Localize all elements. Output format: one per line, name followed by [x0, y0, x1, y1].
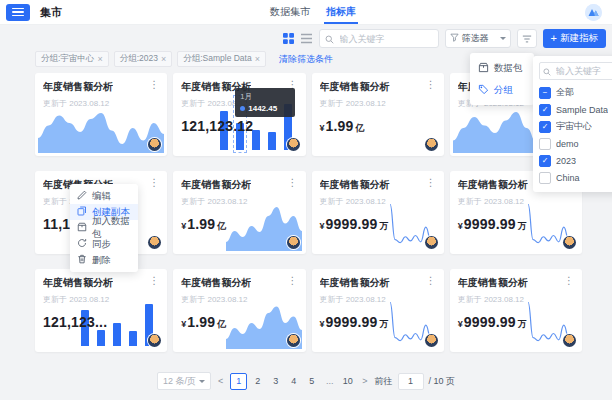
owner-avatar — [563, 236, 576, 249]
checkbox-checked-icon[interactable]: ✓ — [539, 155, 551, 167]
filter-tags-row: 分组:宇宙中心× 分组:2023× 分组:Sample Data× 清除筛选条件 — [35, 51, 333, 67]
filter-menu-item-label: 数据包 — [494, 62, 523, 75]
filter-tag[interactable]: 分组:Sample Data× — [177, 51, 266, 67]
close-icon[interactable]: × — [161, 55, 166, 64]
checkbox-indeterminate-icon[interactable]: − — [539, 87, 551, 99]
context-menu-item[interactable]: 删除 — [70, 252, 138, 268]
metric-currency-prefix: ¥ — [320, 123, 325, 133]
hamburger-menu-button[interactable] — [6, 4, 30, 21]
card-title: 年度销售额分析 — [181, 276, 251, 290]
metric-number: 1.99 — [187, 314, 215, 330]
filter-select[interactable]: 筛选器 — [445, 29, 511, 48]
group-option-list: −全部✓Sample Data✓宇宙中心demo✓2023China — [539, 84, 612, 186]
list-view-icon[interactable] — [301, 33, 313, 45]
group-option[interactable]: demo — [539, 135, 612, 152]
package-icon — [77, 222, 87, 234]
kebab-menu-icon[interactable]: ⋮ — [288, 276, 298, 286]
page-number[interactable]: 2 — [250, 374, 265, 389]
topbar: 集市 数据集市 指标库 — [0, 0, 612, 25]
group-option-label: 2023 — [556, 156, 576, 166]
kebab-menu-icon[interactable]: ⋮ — [288, 178, 298, 188]
card-updated-text: 更新于 2023.08.12 — [320, 98, 436, 109]
package-icon — [478, 62, 489, 75]
page-number[interactable]: 1 — [230, 373, 247, 390]
group-option-label: 全部 — [556, 86, 574, 99]
kebab-menu-icon[interactable]: ⋮ — [149, 178, 159, 188]
checkbox-checked-icon[interactable]: ✓ — [539, 104, 551, 116]
report-card[interactable]: 年度销售额分析⋮更新于 2023.08.12¥1.99亿 — [312, 73, 444, 156]
page-number[interactable]: 3 — [268, 374, 283, 389]
kebab-menu-icon[interactable]: ⋮ — [149, 276, 159, 286]
metric-unit: 亿 — [217, 318, 226, 331]
metric-value: ¥9999.99万 — [320, 314, 436, 331]
search-input[interactable] — [338, 33, 433, 45]
bar — [97, 330, 105, 346]
brand-logo-icon[interactable] — [585, 4, 602, 21]
checkbox-unchecked-icon[interactable] — [539, 138, 551, 150]
report-card[interactable]: 年度销售额分析⋮更新于 2023.08.12¥9999.99万 — [450, 269, 582, 352]
kebab-menu-icon[interactable]: ⋮ — [426, 80, 436, 90]
tab-data-market[interactable]: 数据集市 — [270, 0, 310, 24]
filter-category-menu: 数据包分组 — [470, 53, 534, 105]
report-card[interactable]: 年度销售额分析⋮更新于 2023.08.12121,123.121月1442.4… — [173, 73, 305, 156]
page-number[interactable]: 10 — [340, 374, 355, 389]
report-card[interactable]: 年度销售额分析⋮更新于 2023.08.12¥1.99亿 — [173, 269, 305, 352]
search-box — [319, 29, 439, 48]
kebab-menu-icon[interactable]: ⋮ — [564, 276, 574, 286]
kebab-menu-icon[interactable]: ⋮ — [426, 178, 436, 188]
close-icon[interactable]: × — [255, 55, 260, 64]
filter-menu-item[interactable]: 数据包 — [470, 57, 534, 79]
goto-page-input[interactable] — [398, 373, 424, 390]
card-title: 年度销售额分析 — [458, 178, 528, 192]
funnel-icon — [450, 33, 459, 44]
chevron-down-icon — [199, 380, 205, 383]
metric-currency-prefix: ¥ — [320, 221, 325, 231]
metric-currency-prefix: ¥ — [458, 319, 463, 329]
metric-number: 9999.99 — [326, 216, 378, 232]
report-card[interactable]: 年度销售额分析⋮更新于 2023.08.12¥9999.99万 — [312, 171, 444, 254]
card-title-row: 年度销售额分析⋮ — [320, 276, 436, 290]
prev-page-button[interactable]: < — [216, 376, 225, 386]
next-page-button[interactable]: > — [360, 376, 369, 386]
report-card[interactable]: 年度销售额分析⋮更新于 2023.08.12 — [35, 73, 167, 156]
metric-number: 9999.99 — [464, 216, 516, 232]
group-option[interactable]: China — [539, 169, 612, 186]
group-search-input[interactable] — [554, 65, 612, 77]
context-menu-item[interactable]: 编辑 — [70, 188, 138, 204]
kebab-menu-icon[interactable]: ⋮ — [149, 80, 159, 90]
close-icon[interactable]: × — [97, 55, 102, 64]
metric-currency-prefix: ¥ — [181, 221, 186, 231]
checkbox-checked-icon[interactable]: ✓ — [539, 121, 551, 133]
page-ellipsis: ... — [322, 374, 337, 389]
group-option[interactable]: −全部 — [539, 84, 612, 101]
context-menu-item[interactable]: 加入数据包 — [70, 220, 138, 236]
kebab-menu-icon[interactable]: ⋮ — [426, 276, 436, 286]
metric-number: 1.99 — [187, 216, 215, 232]
group-option-label: demo — [556, 139, 579, 149]
clear-filters-link[interactable]: 清除筛选条件 — [279, 53, 333, 66]
report-card[interactable]: 年度销售额分析⋮更新于 2023.08.12¥9999.99万 — [312, 269, 444, 352]
filter-tag[interactable]: 分组:宇宙中心× — [35, 51, 109, 67]
metric-currency-prefix: ¥ — [458, 221, 463, 231]
group-option[interactable]: ✓2023 — [539, 152, 612, 169]
card-title: 年度销售额分析 — [43, 276, 113, 290]
page-number[interactable]: 5 — [304, 374, 319, 389]
grid-view-icon[interactable] — [283, 33, 295, 45]
new-metric-button[interactable]: + 新建指标 — [543, 29, 606, 48]
checkbox-unchecked-icon[interactable] — [539, 172, 551, 184]
group-option[interactable]: ✓宇宙中心 — [539, 118, 612, 135]
goto-label: 前往 — [375, 375, 393, 388]
owner-avatar — [425, 236, 438, 249]
clear-filter-button[interactable] — [517, 29, 537, 48]
page-number[interactable]: 4 — [286, 374, 301, 389]
tooltip-label: 1月 — [240, 92, 290, 102]
group-option[interactable]: ✓Sample Data — [539, 101, 612, 118]
page-size-select[interactable]: 12 条/页 — [157, 372, 211, 390]
report-card[interactable]: 年度销售额分析⋮更新于 2023.08.12121,123... — [35, 269, 167, 352]
report-card[interactable]: 年度销售额分析⋮更新于 2023.08.12¥1.99亿 — [173, 171, 305, 254]
filter-tag[interactable]: 分组:2023× — [114, 51, 173, 67]
tooltip-value-row: 1442.45 — [240, 104, 290, 113]
filter-menu-item[interactable]: 分组 — [470, 79, 534, 101]
metric-number: 9999.99 — [326, 314, 378, 330]
tab-metric-library[interactable]: 指标库 — [326, 0, 356, 24]
